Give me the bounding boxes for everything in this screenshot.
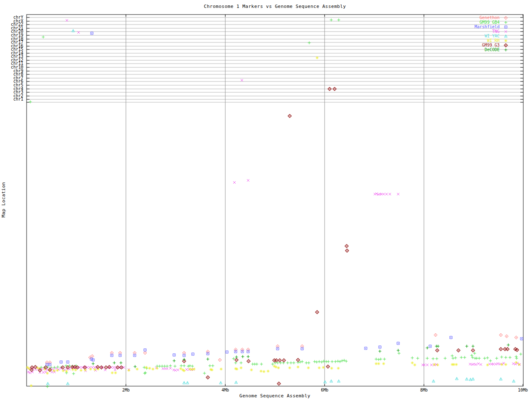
x-axis-title: Genome Sequence Assembly — [27, 393, 523, 399]
marker-wi-rh — [330, 367, 333, 370]
marker-gm99-gb4 — [509, 356, 512, 359]
marker-gm99-g3 — [278, 359, 281, 362]
marker-gm99-gb4 — [29, 101, 32, 103]
legend-decode-symbol-icon — [504, 48, 508, 53]
marker-wi-rh — [436, 364, 439, 367]
y-tick-label: chr1 — [0, 97, 23, 101]
marker-gm99-gb4 — [189, 365, 192, 367]
marker-decode — [397, 349, 400, 352]
marker-tng — [426, 364, 429, 366]
legend-label: Genethon — [480, 15, 500, 20]
legend-label: Marshfield — [475, 25, 500, 29]
marker-tng — [51, 371, 53, 373]
marker-wi-rh — [316, 57, 319, 59]
marker-wi-rh — [211, 369, 214, 372]
marker-gm99-gb4 — [334, 360, 337, 363]
marker-wi-yac — [472, 378, 475, 380]
marker-tng — [247, 179, 249, 182]
marker-wi-rh — [277, 367, 280, 369]
marker-wi-rh — [318, 367, 321, 369]
marker-wi-rh — [411, 362, 414, 365]
marker-marshfield — [144, 349, 146, 351]
marker-gm99-gb4 — [301, 360, 304, 363]
marker-wi-rh — [111, 372, 114, 374]
marker-wi-rh — [80, 369, 83, 372]
marker-wi-yac — [219, 382, 222, 384]
marker-gm99-gb4 — [520, 353, 522, 356]
marker-gm99-gb4 — [460, 356, 463, 359]
marker-gm99-g3 — [471, 349, 475, 352]
marker-gm99-gb4 — [515, 357, 518, 360]
plot-area — [0, 0, 532, 399]
marker-gm99-g3 — [282, 359, 286, 362]
marker-gm99-gb4 — [478, 357, 481, 360]
marker-marshfield — [365, 347, 367, 350]
marker-wi-rh — [220, 368, 223, 371]
marker-wi-rh — [193, 368, 196, 371]
legend-item-marshfield: Marshfield — [416, 25, 524, 29]
marker-gm99-gb4 — [161, 365, 164, 368]
marker-tng — [471, 363, 473, 366]
marker-wi-rh — [53, 369, 56, 372]
marker-gm99-gb4 — [305, 362, 308, 365]
marker-tng — [241, 79, 243, 81]
legend-label: GM99 GB4 — [480, 20, 500, 25]
marker-gm99-gb4 — [290, 362, 293, 365]
marker-gm99-gb4 — [426, 357, 429, 360]
marker-tng — [380, 193, 383, 195]
marker-wi-yac — [456, 377, 458, 380]
marker-gm99-gb4 — [473, 352, 476, 355]
marker-gm99-gb4 — [318, 360, 321, 363]
marker-wi-yac — [512, 380, 515, 382]
marker-gm99-gb4 — [191, 365, 194, 368]
chart-canvas: Chromosome 1 Markers vs Genome Sequence … — [0, 0, 532, 399]
marker-gm99-gb4 — [180, 365, 183, 367]
marker-gm99-gb4 — [212, 365, 214, 367]
marker-gm99-gb4 — [463, 356, 466, 359]
marker-tng — [492, 363, 495, 365]
marker-marshfield — [247, 350, 249, 353]
legend-label: GM99 G3 — [482, 43, 500, 47]
y-axis-title: Map Location — [1, 177, 6, 223]
marker-decode — [241, 355, 244, 358]
marker-gm99-gb4 — [489, 360, 492, 362]
marker-gm99-gb4 — [256, 363, 259, 366]
marker-gm99-gb4 — [515, 355, 518, 358]
marker-tng — [166, 367, 168, 370]
marker-gm99-gb4 — [505, 356, 507, 359]
marker-gm99-gb4 — [495, 357, 498, 360]
marker-marshfield — [207, 352, 209, 355]
marker-gm99-gb4 — [398, 352, 401, 355]
marker-gm99-g3 — [100, 366, 103, 369]
marker-gm99-g3 — [247, 360, 250, 363]
marker-wi-yac — [186, 382, 189, 384]
legend-label: DeCODE — [485, 47, 500, 52]
marker-wi-rh — [414, 364, 416, 367]
marker-tng — [389, 193, 391, 195]
marker-wi-rh — [30, 384, 33, 387]
marker-decode — [379, 350, 382, 353]
marker-wi-rh — [136, 368, 139, 371]
marker-tng — [174, 369, 177, 372]
marker-tng — [374, 193, 376, 195]
marker-decode — [92, 362, 95, 365]
marker-tng — [55, 367, 57, 369]
marker-gm99-gb4 — [299, 361, 302, 364]
marker-gm99-gb4 — [308, 362, 310, 365]
marker-gm99-gb4 — [166, 365, 169, 368]
marker-gm99-gb4 — [313, 360, 316, 363]
marker-wi-yac — [330, 380, 333, 382]
marker-genethon — [499, 333, 502, 337]
marker-gm99-g3 — [326, 365, 330, 368]
legend-item-gm99-gb4: GM99 GB4 — [416, 20, 524, 25]
marker-genethon — [218, 358, 222, 362]
marker-gm99-gb4 — [411, 357, 414, 360]
marker-gm99-g3 — [436, 349, 439, 352]
marker-gm99-g3 — [104, 366, 108, 369]
marker-wi-yac — [47, 382, 49, 385]
marker-tng — [477, 362, 480, 365]
legend-item-decode: DeCODE — [416, 47, 524, 52]
legend-item-genethon: Genethon — [416, 15, 524, 20]
marker-gm99-gb4 — [483, 357, 486, 360]
marker-wi-rh — [505, 363, 507, 366]
